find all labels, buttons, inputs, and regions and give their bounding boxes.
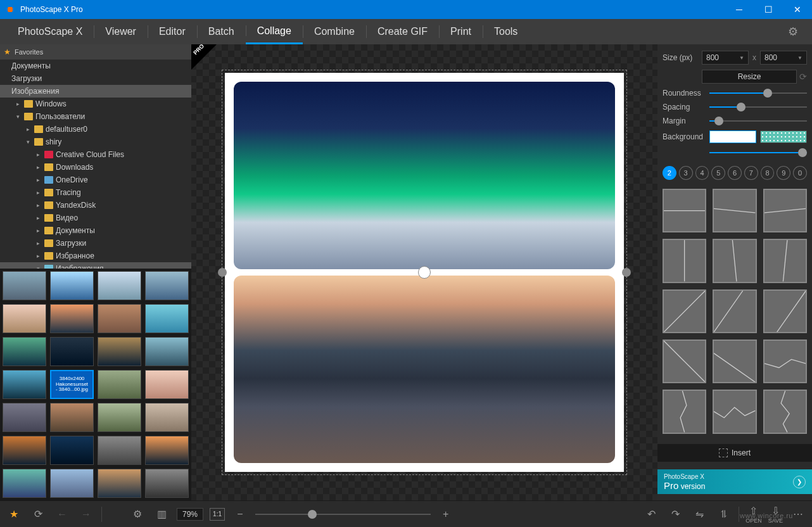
thumbnail[interactable] — [98, 370, 141, 399]
layout-template[interactable] — [713, 390, 756, 433]
layout-template[interactable] — [663, 239, 706, 283]
tree-row[interactable]: Изображения — [0, 85, 191, 98]
zoom-slider[interactable] — [255, 510, 431, 519]
tab-photoscape[interactable]: PhotoScape X — [6, 19, 94, 44]
divider-handle[interactable] — [418, 266, 431, 279]
layout-template[interactable] — [713, 239, 756, 283]
layout-template[interactable] — [663, 289, 706, 333]
tab-viewer[interactable]: Viewer — [94, 19, 148, 44]
height-dropdown[interactable]: 800▼ — [760, 51, 807, 65]
tree-row[interactable]: ▾shiry — [0, 136, 191, 148]
collage-cell-top[interactable] — [234, 82, 615, 269]
thumbnail[interactable] — [98, 304, 141, 333]
tree-row[interactable]: ▸YandexDisk — [0, 199, 191, 212]
zoom-value[interactable]: 79% — [177, 508, 203, 521]
thumbnail[interactable] — [3, 469, 46, 498]
thumbnail[interactable] — [50, 337, 94, 366]
layout-template[interactable] — [663, 189, 706, 232]
nav-forward-icon[interactable]: → — [77, 505, 95, 523]
rotate-right-icon[interactable]: ↷ — [666, 505, 684, 523]
zoom-out-icon[interactable]: − — [231, 505, 249, 523]
thumbnail[interactable] — [3, 403, 46, 432]
thumbnail[interactable] — [145, 271, 189, 300]
minimize-button[interactable]: ─ — [725, 0, 754, 19]
thumbnail[interactable] — [145, 304, 189, 333]
tree-row[interactable]: ▸Downloads — [0, 161, 191, 174]
maximize-button[interactable]: ☐ — [754, 0, 783, 19]
layout-template[interactable] — [713, 289, 756, 333]
tree-row[interactable]: ▸OneDrive — [0, 174, 191, 186]
tree-row[interactable]: ▸Windows — [0, 98, 191, 110]
pro-version-promo[interactable]: PhotoScape X Pro version ❯ — [657, 469, 812, 494]
tab-creategif[interactable]: Create GIF — [366, 19, 439, 44]
settings-gear-icon[interactable]: ⚙ — [780, 19, 806, 44]
thumbnail[interactable] — [98, 403, 141, 432]
layout-count-6[interactable]: 6 — [728, 166, 742, 180]
flip-vertical-icon[interactable]: ⥮ — [714, 505, 732, 523]
favorites-header[interactable]: ★ Favorites — [0, 44, 191, 60]
tree-row[interactable]: ▸Документы — [0, 224, 191, 237]
layout-count-3[interactable]: 3 — [679, 166, 693, 180]
thumbnail[interactable] — [98, 271, 141, 300]
thumbnail[interactable] — [145, 370, 189, 399]
favorite-toggle-icon[interactable]: ★ — [5, 505, 23, 523]
rotate-left-icon[interactable]: ↶ — [642, 505, 660, 523]
tab-batch[interactable]: Batch — [197, 19, 246, 44]
tree-row[interactable]: Документы — [0, 60, 191, 72]
collage-cell-bottom[interactable] — [234, 276, 615, 463]
insert-button[interactable]: Insert — [657, 444, 812, 462]
layout-template[interactable] — [713, 340, 756, 383]
flip-horizontal-icon[interactable]: ⇋ — [690, 505, 708, 523]
close-button[interactable]: ✕ — [783, 0, 812, 19]
refresh-icon[interactable]: ⟳ — [29, 505, 47, 523]
thumbnail[interactable] — [145, 436, 189, 465]
tab-collage[interactable]: Collage — [246, 19, 303, 44]
tree-row[interactable]: ▸Избранное — [0, 250, 191, 262]
layout-count-4[interactable]: 4 — [695, 166, 709, 180]
layout-template[interactable] — [763, 289, 807, 333]
background-slider[interactable] — [709, 148, 807, 157]
tree-row[interactable]: ▾Пользователи — [0, 110, 191, 123]
thumbnail[interactable] — [50, 436, 94, 465]
thumbnail[interactable] — [50, 271, 94, 300]
layout-count-0[interactable]: 0 — [793, 166, 807, 180]
thumbnail[interactable] — [145, 469, 189, 498]
layout-count-2[interactable]: 2 — [663, 166, 676, 180]
resize-button[interactable]: Resize — [702, 70, 797, 84]
roundness-slider[interactable] — [709, 89, 807, 98]
layout-count-5[interactable]: 5 — [711, 166, 725, 180]
layout-template[interactable] — [763, 239, 807, 283]
tab-combine[interactable]: Combine — [303, 19, 366, 44]
background-pattern-swatch[interactable] — [760, 130, 807, 143]
tab-editor[interactable]: Editor — [148, 19, 197, 44]
layout-count-8[interactable]: 8 — [761, 166, 775, 180]
layout-template[interactable] — [713, 189, 756, 232]
nav-back-icon[interactable]: ← — [53, 505, 71, 523]
thumbnail[interactable] — [3, 304, 46, 333]
thumbnail[interactable] — [3, 337, 46, 366]
ratio-button[interactable]: 1:1 — [210, 508, 225, 521]
canvas-area[interactable] — [191, 44, 657, 500]
tab-print[interactable]: Print — [439, 19, 483, 44]
tab-tools[interactable]: Tools — [483, 19, 529, 44]
layout-template[interactable] — [763, 390, 807, 433]
tree-row[interactable]: ▸Видео — [0, 212, 191, 224]
tree-row[interactable]: ▾Изображения — [0, 262, 191, 269]
thumbnail[interactable] — [98, 436, 141, 465]
thumbnail[interactable] — [98, 337, 141, 366]
layout-count-7[interactable]: 7 — [744, 166, 758, 180]
collage-preview[interactable] — [225, 73, 624, 472]
folder-tree[interactable]: ДокументыЗагрузкиИзображения▸Windows▾Пол… — [0, 60, 191, 269]
tree-row[interactable]: ▸Creative Cloud Files — [0, 148, 191, 161]
tree-row[interactable]: ▸Tracing — [0, 186, 191, 199]
thumbnail-grid[interactable]: 3840x2400Hakonesunset- 3840...00.jpg — [0, 269, 191, 500]
thumbnail[interactable] — [50, 304, 94, 333]
thumbnail[interactable] — [98, 469, 141, 498]
swap-icon[interactable]: ⟳ — [799, 72, 807, 82]
layout-template[interactable] — [663, 390, 706, 433]
settings-icon[interactable]: ⚙ — [129, 505, 146, 523]
thumbnail[interactable] — [50, 403, 94, 432]
tree-row[interactable]: ▸Загрузки — [0, 237, 191, 250]
layout-template[interactable] — [663, 340, 706, 383]
thumbnail[interactable] — [3, 370, 46, 399]
